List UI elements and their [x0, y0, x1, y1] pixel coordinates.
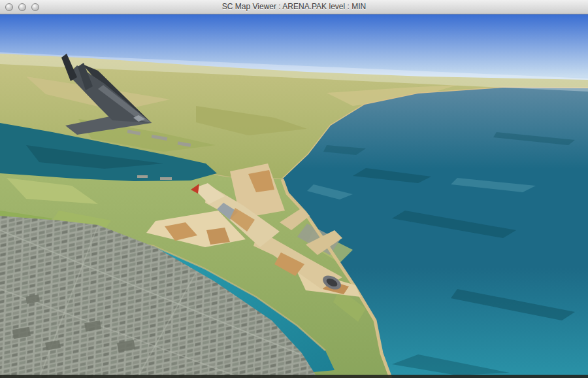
minimize-button-icon[interactable] [18, 3, 26, 11]
viewport-bottom-edge [0, 375, 588, 378]
map-viewport[interactable] [0, 14, 588, 378]
window-title: SC Map Viewer : ARENA.PAK level : MIN [222, 0, 366, 14]
window-titlebar: SC Map Viewer : ARENA.PAK level : MIN [0, 0, 588, 14]
close-button-icon[interactable] [5, 3, 13, 11]
zoom-button-icon[interactable] [31, 3, 39, 11]
app-window: SC Map Viewer : ARENA.PAK level : MIN [0, 0, 588, 378]
map-3d-scene [0, 14, 588, 378]
window-controls [5, 0, 39, 14]
